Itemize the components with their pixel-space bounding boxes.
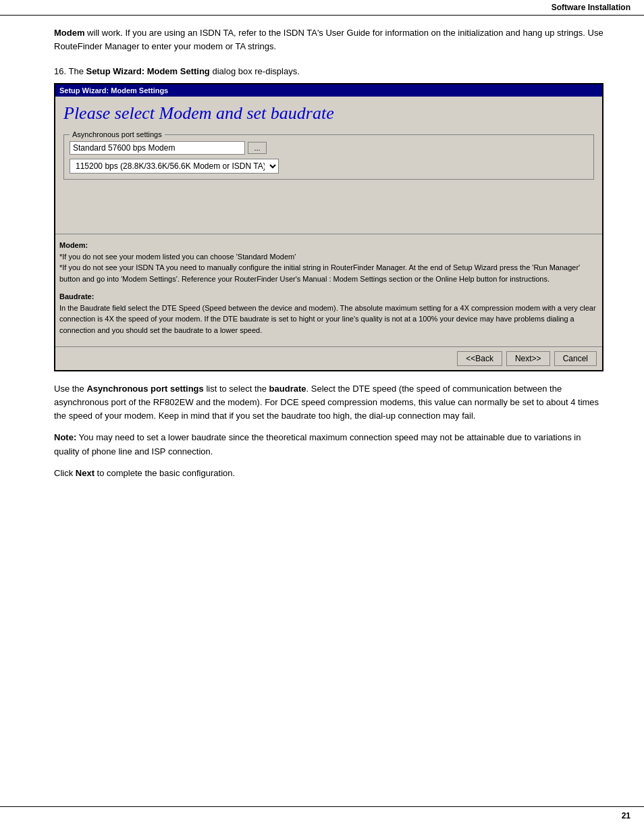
step-number: 16.	[54, 66, 66, 76]
baudrate-row: 115200 bps (28.8K/33.6K/56.6K Modem or I…	[70, 159, 588, 174]
page-number: 21	[622, 811, 630, 820]
modem-help-label: Modem:	[59, 240, 598, 251]
body-paragraph-1: Use the Asynchronous port settings list …	[54, 382, 603, 423]
footer-bar: 21	[0, 806, 644, 820]
baudrate-help-label: Baudrate:	[59, 291, 598, 303]
next-button[interactable]: Next>>	[506, 351, 550, 366]
step-line: 16. The Setup Wizard: Modem Setting dial…	[54, 66, 603, 76]
async-port-bold: Asynchronous port settings	[86, 384, 203, 394]
dialog-footer: <<Back Next>> Cancel	[55, 346, 602, 370]
modem-help-line1: *If you do not see your modem listed you…	[59, 251, 598, 263]
note-paragraph: Note: You may need to set a lower baudra…	[54, 431, 603, 458]
step-bold: Setup Wizard: Modem Setting	[86, 66, 209, 76]
baudrate-help-line1: In the Baudrate field select the DTE Spe…	[59, 303, 598, 336]
baudrate-help-section: Baudrate: In the Baudrate field select t…	[59, 291, 598, 336]
setup-wizard-dialog: Setup Wizard: Modem Settings Please sele…	[54, 83, 603, 371]
modem-bold: Modem	[54, 28, 85, 38]
main-content: Modem will work. If you are using an ISD…	[0, 26, 644, 480]
back-button[interactable]: <<Back	[457, 351, 502, 366]
baudrate-select[interactable]: 115200 bps (28.8K/33.6K/56.6K Modem or I…	[70, 159, 279, 174]
modem-input[interactable]	[70, 141, 245, 155]
modem-help-section: Modem: *If you do not see your modem lis…	[59, 240, 598, 284]
fieldset-legend: Asynchronous port settings	[70, 130, 165, 138]
dialog-heading: Please select Modem and set baudrate	[63, 103, 594, 124]
header-bar: Software Installation	[0, 0, 644, 16]
browse-button[interactable]: ...	[248, 142, 267, 154]
baudrate-bold: baudrate	[269, 384, 306, 394]
note-bold: Note:	[54, 432, 76, 442]
dialog-title-text: Setup Wizard: Modem Settings	[59, 86, 168, 95]
async-port-fieldset: Asynchronous port settings ... 115200 bp…	[63, 130, 594, 180]
click-next-paragraph: Click Next to complete the basic configu…	[54, 467, 603, 480]
cancel-button[interactable]: Cancel	[554, 351, 597, 366]
modem-help-line2: *If you do not see your ISDN TA you need…	[59, 262, 598, 284]
dialog-spacer	[63, 186, 594, 227]
dialog-body: Please select Modem and set baudrate Asy…	[55, 97, 602, 234]
help-text-area: Modem: *If you do not see your modem lis…	[55, 234, 602, 346]
page-container: Software Installation Modem will work. I…	[0, 0, 644, 834]
modem-row: ...	[70, 141, 588, 155]
dialog-titlebar: Setup Wizard: Modem Settings	[55, 84, 602, 97]
intro-paragraph: Modem will work. If you are using an ISD…	[54, 26, 603, 53]
header-title: Software Installation	[552, 3, 630, 12]
next-bold: Next	[76, 468, 95, 478]
